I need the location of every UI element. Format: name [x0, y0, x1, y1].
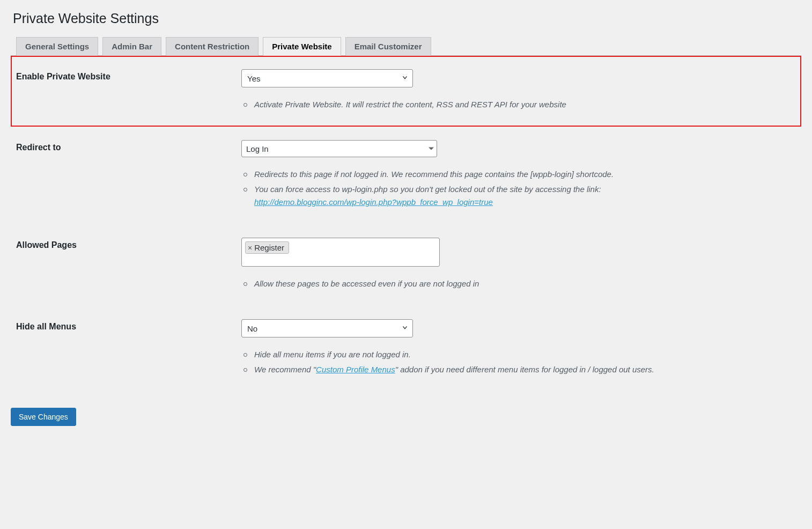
- redirect-desc-2: You can force access to wp-login.php so …: [241, 183, 708, 209]
- allowed-page-tag: × Register: [245, 241, 289, 254]
- enable-desc: Activate Private Website. It will restri…: [241, 98, 708, 111]
- tab-content-restriction[interactable]: Content Restriction: [166, 37, 259, 56]
- redirect-to-select[interactable]: Log In: [241, 140, 437, 157]
- row-redirect-to: Redirect to Log In Redirects to this pag…: [11, 127, 801, 224]
- enable-private-website-select[interactable]: Yes: [241, 69, 413, 87]
- settings-form-table: Enable Private Website Yes Activate Priv…: [11, 56, 801, 392]
- hide-all-menus-select[interactable]: No: [241, 319, 413, 337]
- nav-tabs: General Settings Admin Bar Content Restr…: [11, 37, 801, 56]
- tab-private-website[interactable]: Private Website: [263, 37, 341, 56]
- tag-label: Register: [254, 243, 284, 252]
- enable-label: Enable Private Website: [11, 56, 241, 127]
- tab-admin-bar[interactable]: Admin Bar: [102, 37, 161, 56]
- remove-tag-icon[interactable]: ×: [248, 244, 252, 252]
- redirect-label: Redirect to: [11, 127, 241, 224]
- tab-email-customizer[interactable]: Email Customizer: [345, 37, 431, 56]
- hide-desc-2: We recommend "Custom Profile Menus" addo…: [241, 363, 708, 376]
- row-enable-private-website: Enable Private Website Yes Activate Priv…: [11, 56, 801, 127]
- dropdown-arrow-icon: [429, 148, 434, 150]
- allowed-label: Allowed Pages: [11, 224, 241, 306]
- custom-profile-menus-link[interactable]: Custom Profile Menus: [316, 365, 395, 374]
- redirect-desc-1: Redirects to this page if not logged in.…: [241, 168, 708, 181]
- allowed-pages-input[interactable]: × Register: [241, 238, 440, 267]
- row-allowed-pages: Allowed Pages × Register Allow these pag…: [11, 224, 801, 306]
- row-hide-all-menus: Hide all Menus No Hide all menu items if…: [11, 306, 801, 392]
- hide-label: Hide all Menus: [11, 306, 241, 392]
- force-login-link[interactable]: http://demo.blogginc.com/wp-login.php?wp…: [254, 197, 493, 207]
- page-title: Private Website Settings: [13, 11, 801, 26]
- hide-desc-1: Hide all menu items if you are not logge…: [241, 348, 708, 361]
- save-changes-button[interactable]: Save Changes: [11, 408, 76, 426]
- allowed-desc: Allow these pages to be accessed even if…: [241, 277, 708, 290]
- tab-general-settings[interactable]: General Settings: [16, 37, 98, 56]
